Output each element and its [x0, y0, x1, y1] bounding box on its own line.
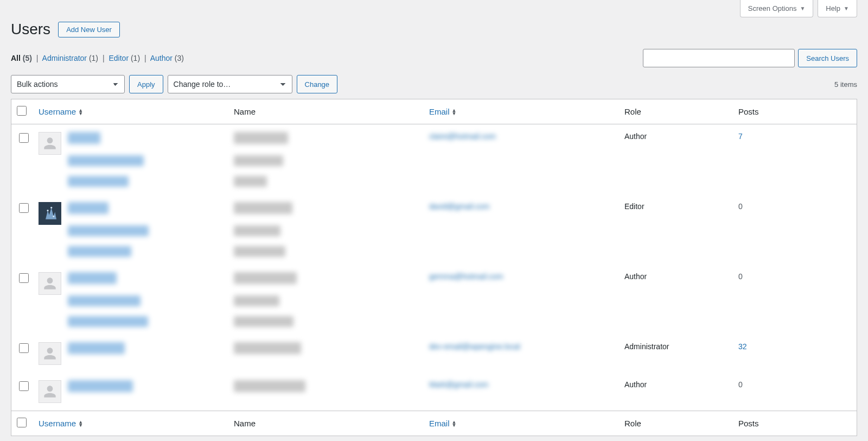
- change-role-button[interactable]: Change: [297, 75, 338, 93]
- svg-point-1: [50, 207, 52, 209]
- user-email-link[interactable]: david@gmail.com: [429, 202, 489, 211]
- user-name: [234, 380, 305, 392]
- user-posts-link[interactable]: 32: [738, 342, 747, 351]
- sort-icon: ▲▼: [452, 109, 457, 115]
- user-role: Author: [619, 373, 733, 411]
- column-role: Role: [619, 99, 733, 124]
- select-all-checkbox-bottom[interactable]: [17, 418, 27, 427]
- user-role: Editor: [619, 194, 733, 264]
- filter-administrator[interactable]: Administrator (1): [42, 54, 100, 62]
- filter-author[interactable]: Author (3): [150, 54, 184, 62]
- sort-username-bottom[interactable]: Username▲▼: [39, 419, 83, 428]
- row-checkbox[interactable]: [19, 133, 29, 143]
- filter-all[interactable]: All (5): [11, 54, 34, 62]
- username-link[interactable]: [68, 272, 117, 284]
- table-row: dev-email@wpengine.localAdministrator32: [11, 335, 857, 373]
- column-name-bottom: Name: [228, 411, 424, 436]
- user-name: [234, 272, 297, 284]
- row-checkbox[interactable]: [19, 273, 29, 283]
- column-name: Name: [228, 99, 424, 124]
- sort-email-bottom[interactable]: Email▲▼: [429, 419, 456, 428]
- user-email-link[interactable]: dev-email@wpengine.local: [429, 342, 520, 351]
- avatar: [39, 202, 61, 225]
- items-count: 5 items: [834, 80, 857, 89]
- column-posts: Posts: [733, 99, 857, 124]
- username-link[interactable]: [68, 342, 125, 354]
- user-view-filters: All (5) | Administrator (1) | Editor (1)…: [11, 54, 184, 62]
- help-label: Help: [826, 4, 840, 12]
- search-users-button[interactable]: Search Users: [798, 49, 857, 67]
- user-role: Author: [619, 124, 733, 194]
- sort-icon: ▲▼: [452, 420, 457, 427]
- username-link[interactable]: [68, 380, 133, 392]
- user-name: [234, 132, 288, 144]
- avatar: [39, 342, 61, 365]
- user-posts-count: 0: [733, 194, 857, 264]
- avatar: [39, 272, 61, 295]
- username-link[interactable]: [68, 132, 100, 144]
- sort-email[interactable]: Email▲▼: [429, 107, 456, 116]
- user-email-link[interactable]: Mark@gmail.com: [429, 380, 488, 389]
- sort-username[interactable]: Username▲▼: [39, 107, 83, 116]
- svg-point-2: [53, 216, 54, 217]
- column-posts-bottom: Posts: [733, 411, 857, 436]
- column-role-bottom: Role: [619, 411, 733, 436]
- user-role: Author: [619, 264, 733, 335]
- sort-icon: ▲▼: [78, 109, 83, 115]
- user-posts-link[interactable]: 7: [738, 132, 743, 141]
- row-checkbox[interactable]: [19, 203, 29, 213]
- user-name: [234, 342, 301, 354]
- user-role: Administrator: [619, 335, 733, 373]
- table-row: Mark@gmail.comAuthor0: [11, 373, 857, 411]
- row-checkbox[interactable]: [19, 381, 29, 391]
- screen-options-label: Screen Options: [748, 4, 797, 12]
- user-posts-count: 0: [733, 373, 857, 411]
- change-role-select[interactable]: Change role to…: [168, 75, 292, 93]
- help-tab[interactable]: Help ▼: [818, 0, 857, 17]
- apply-bulk-button[interactable]: Apply: [129, 75, 163, 93]
- chevron-down-icon: ▼: [844, 5, 849, 11]
- user-email-link[interactable]: gemma@hotmail.com: [429, 272, 503, 281]
- table-row: gemma@hotmail.comAuthor0: [11, 264, 857, 335]
- user-name: [234, 202, 292, 214]
- avatar: [39, 132, 61, 155]
- table-row: claire@hotmail.comAuthor7: [11, 124, 857, 194]
- user-posts-count: 0: [733, 264, 857, 335]
- sort-icon: ▲▼: [78, 420, 83, 427]
- chevron-down-icon: ▼: [800, 5, 805, 11]
- avatar: [39, 380, 61, 403]
- add-new-user-button[interactable]: Add New User: [58, 22, 120, 37]
- user-email-link[interactable]: claire@hotmail.com: [429, 132, 496, 141]
- row-checkbox[interactable]: [19, 343, 29, 353]
- username-link[interactable]: [68, 202, 108, 214]
- filter-editor[interactable]: Editor (1): [108, 54, 142, 62]
- table-row: david@gmail.comEditor0: [11, 194, 857, 264]
- svg-point-0: [47, 210, 48, 211]
- users-table: Username▲▼ Name Email▲▼ Role Posts clair…: [11, 99, 857, 436]
- page-title: Users: [11, 21, 50, 38]
- select-all-checkbox[interactable]: [17, 106, 27, 116]
- screen-options-tab[interactable]: Screen Options ▼: [740, 0, 814, 17]
- bulk-actions-select[interactable]: Bulk actions: [11, 75, 125, 93]
- user-search-input[interactable]: [643, 49, 795, 67]
